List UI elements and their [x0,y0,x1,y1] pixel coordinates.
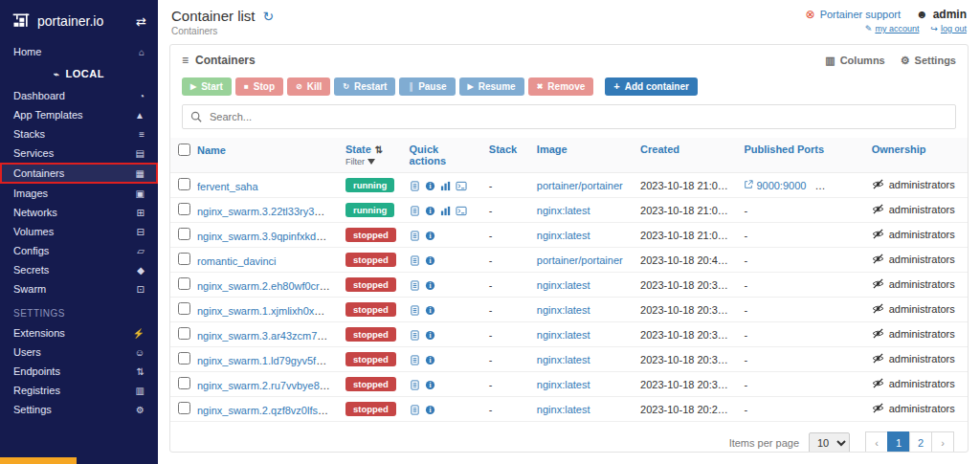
container-name-link[interactable]: nginx_swarm.2.ru7vvbye8ljlbc9... [197,380,338,391]
row-checkbox[interactable] [178,377,190,389]
container-name-link[interactable]: nginx_swarm.2.eh80wf0crprsriv... [197,280,338,292]
image-link[interactable]: portainer/portainer [537,180,623,191]
sidebar-item-images[interactable]: Images▣ [0,184,158,203]
sidebar-item-services[interactable]: Services▤ [0,144,158,163]
container-name-link[interactable]: nginx_swarm.2.qzf8vz0lfs8ohn3... [197,405,338,416]
image-link[interactable]: nginx:latest [537,279,590,291]
inspect-icon[interactable]: i [425,355,435,365]
sidebar-item-swarm[interactable]: Swarm⊡ [0,279,158,298]
log-icon[interactable] [410,181,420,191]
image-link[interactable]: nginx:latest [537,230,590,241]
add-container-button[interactable]: +Add container [605,77,698,96]
container-name-link[interactable]: nginx_swarm.3.ar43zcm7hk11cve... [197,330,338,342]
inspect-icon[interactable]: i [425,255,435,266]
row-checkbox[interactable] [178,228,190,240]
row-checkbox[interactable] [178,352,190,365]
page-button-1[interactable]: 1 [887,431,910,453]
refresh-icon[interactable]: ↻ [263,9,275,24]
log-icon[interactable] [410,305,420,316]
log-icon[interactable] [410,355,420,365]
log-icon[interactable] [410,380,420,390]
inspect-icon[interactable]: i [425,181,435,191]
image-link[interactable]: portainer/portainer [537,254,623,266]
remove-button[interactable]: ✖Remove [528,77,594,96]
sidebar-item-configs[interactable]: Configs▱ [0,241,158,260]
inspect-icon[interactable]: i [425,206,435,216]
console-icon[interactable] [456,206,467,216]
log-out-link[interactable]: ↪ log out [930,24,967,33]
next-page-button[interactable]: › [931,431,954,453]
stats-icon[interactable] [440,206,451,216]
sidebar-item-networks[interactable]: Networks⊞ [0,203,158,222]
inspect-icon[interactable]: i [425,330,435,341]
prev-page-button[interactable]: ‹ [865,431,888,453]
container-name-link[interactable]: nginx_swarm.3.9qpinfxkd2tnnx8... [197,231,338,242]
inspect-icon[interactable]: i [425,405,435,415]
log-icon[interactable] [410,405,420,415]
image-link[interactable]: nginx:latest [537,404,590,415]
row-checkbox[interactable] [178,253,190,265]
stop-button[interactable]: ■Stop [235,77,283,96]
log-icon[interactable] [410,330,420,341]
sidebar-item-app-templates[interactable]: App Templates▲ [0,105,158,124]
row-checkbox[interactable] [178,302,190,315]
portainer-support-link[interactable]: ⊗ Portainer support [806,8,901,21]
portainer-logo[interactable]: portainer.io [11,11,103,31]
inspect-icon[interactable]: i [425,380,435,390]
log-icon[interactable] [410,255,420,266]
sidebar-item-users[interactable]: Users☺ [0,342,158,362]
column-header-name[interactable]: Name [197,144,226,156]
kill-button[interactable]: ⊘Kill [287,77,330,96]
sidebar-item-secrets[interactable]: Secrets◆ [0,260,158,279]
my-account-link[interactable]: ✎ my account [865,24,920,33]
image-link[interactable]: nginx:latest [537,354,590,365]
stats-icon[interactable] [440,181,451,191]
page-button-2[interactable]: 2 [909,431,932,453]
sidebar-item-endpoints[interactable]: Endpoints⇅ [0,362,158,381]
sidebar-item-settings[interactable]: Settings⚙ [0,400,158,419]
image-link[interactable]: nginx:latest [537,304,590,316]
pause-button[interactable]: ║Pause [399,77,455,96]
container-name-link[interactable]: nginx_swarm.1.ld79gyv5fxtxliy... [197,355,338,366]
published-port-link[interactable]: 9000:9000 [744,180,806,191]
sidebar-item-containers[interactable]: Containers▦ [0,163,158,184]
sidebar-item-extensions[interactable]: Extensions⚡ [0,323,158,342]
sort-icon[interactable]: ⇅ [375,144,383,155]
row-checkbox[interactable] [178,203,190,215]
log-icon[interactable] [410,231,420,241]
sidebar-item-home[interactable]: Home ⌂ [0,42,158,61]
column-header-state[interactable]: State [345,144,371,155]
inspect-icon[interactable]: i [425,231,435,241]
image-link[interactable]: nginx:latest [537,379,590,390]
inspect-icon[interactable]: i [425,305,435,316]
row-checkbox[interactable] [178,402,190,414]
row-checkbox[interactable] [178,327,190,340]
sidebar-item-stacks[interactable]: Stacks≡ [0,124,158,144]
search-input[interactable] [182,104,956,129]
sidebar-item-registries[interactable]: Registries▥ [0,381,158,400]
column-header-published-ports[interactable]: Published Ports [736,138,863,173]
inspect-icon[interactable]: i [425,280,435,291]
user-menu[interactable]: ☻ admin [916,8,967,21]
container-name-link[interactable]: nginx_swarm.1.xjmlixh0xp4vu0l... [197,305,338,317]
sidebar-collapse-handle[interactable] [0,457,77,464]
state-filter[interactable]: Filter [345,157,394,166]
restart-button[interactable]: ↻Restart [334,77,395,96]
start-button[interactable]: ▶Start [182,77,232,96]
columns-button[interactable]: ▥ Columns [825,55,884,67]
console-icon[interactable] [456,181,467,191]
column-header-ownership[interactable]: Ownership [864,138,968,173]
select-all-checkbox[interactable] [178,144,190,156]
image-link[interactable]: nginx:latest [537,329,590,341]
log-icon[interactable] [410,206,420,216]
container-name-link[interactable]: nginx_swarm.3.22tl33ry3o8c5lp... [197,206,338,217]
column-header-image[interactable]: Image [529,138,633,173]
image-link[interactable]: nginx:latest [537,205,590,216]
table-settings-button[interactable]: ⚙ Settings [901,55,956,67]
breadcrumb[interactable]: Containers [171,26,274,36]
sidebar-item-volumes[interactable]: Volumes⊟ [0,222,158,241]
column-header-created[interactable]: Created [633,138,736,173]
log-icon[interactable] [410,280,420,291]
resume-button[interactable]: ▶Resume [459,77,524,96]
container-name-link[interactable]: fervent_saha [197,181,258,192]
